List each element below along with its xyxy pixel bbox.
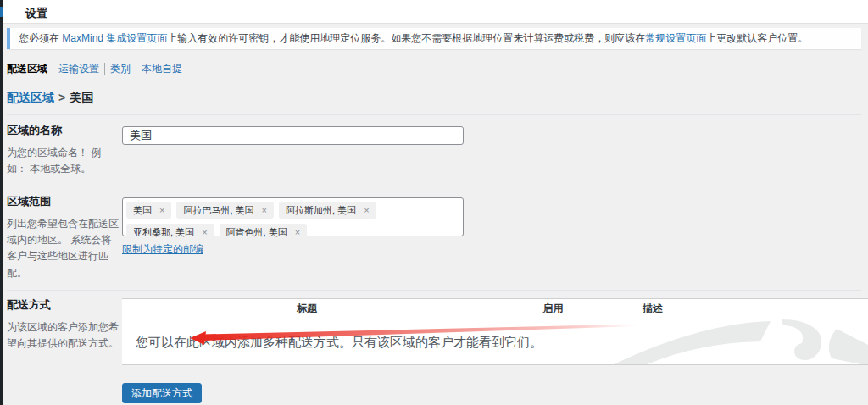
breadcrumb-current-zone: 美国 xyxy=(70,91,93,104)
remove-tag-icon[interactable]: × xyxy=(262,205,267,215)
zone-name-description: 为您的区域命名！ 例如： 本地或全球。 xyxy=(7,145,119,177)
remove-tag-icon[interactable]: × xyxy=(295,227,300,237)
shipping-methods-description: 为该区域的客户添加您希望向其提供的配送方式。 xyxy=(7,319,119,352)
region-tag-label: 阿拉巴马州, 美国 xyxy=(183,205,253,215)
remove-tag-icon[interactable]: × xyxy=(159,205,164,215)
region-tag-label: 亚利桑那, 美国 xyxy=(133,227,194,237)
methods-empty-text: 您可以在此区域内添加多种配送方式。只有该区域的客户才能看到它们。 xyxy=(122,319,868,351)
breadcrumb-zones-link[interactable]: 配送区域 xyxy=(7,91,54,104)
shipping-methods-section: 配送方式 为该区域的客户添加您希望向其提供的配送方式。 标题 启用 描述 您可以… xyxy=(7,290,861,403)
tab-shipping-zones[interactable]: 配送区域 xyxy=(7,63,47,75)
notice-text-mid: 上输入有效的许可密钥，才能使用地理定位服务。如果您不需要根据地理位置来计算运费或… xyxy=(167,32,645,44)
limit-postcodes-link[interactable]: 限制为特定的邮编 xyxy=(122,242,203,257)
zone-name-section: 区域的名称 为您的区域命名！ 例如： 本地或全球。 xyxy=(7,114,861,177)
tab-shipping-classes[interactable]: 类别 xyxy=(104,63,131,75)
breadcrumb: 配送区域>美国 xyxy=(7,91,861,106)
column-header-description: 描述 xyxy=(615,302,868,316)
zone-name-label: 区域的名称 xyxy=(7,123,122,138)
active-menu-indicator xyxy=(0,7,3,17)
region-tag-label: 阿肯色州, 美国 xyxy=(226,227,287,237)
maxmind-settings-link[interactable]: MaxMind 集成设置页面 xyxy=(62,32,167,44)
methods-table-header: 标题 启用 描述 xyxy=(122,298,868,319)
zone-name-input[interactable] xyxy=(122,126,464,145)
zone-regions-label: 区域范围 xyxy=(7,194,122,209)
region-tag: 亚利桑那, 美国× xyxy=(126,224,214,241)
zone-name-label-col: 区域的名称 为您的区域命名！ 例如： 本地或全球。 xyxy=(7,123,122,177)
shipping-methods-table: 标题 启用 描述 您可以在此区域内添加多种配送方式。只有该区域的客户才能看到它们… xyxy=(122,298,868,365)
settings-page: 设置 您必须在 MaxMind 集成设置页面上输入有效的许可密钥，才能使用地理定… xyxy=(0,0,868,405)
page-title: 设置 xyxy=(0,0,868,21)
tab-shipping-options[interactable]: 运输设置 xyxy=(53,63,99,75)
zone-regions-multiselect[interactable]: 美国× 阿拉巴马州, 美国× 阿拉斯加州, 美国× 亚利桑那, 美国× 阿肯色州… xyxy=(122,197,464,236)
remove-tag-icon[interactable]: × xyxy=(202,227,207,237)
notice-text-after: 上更改默认客户位置。 xyxy=(706,32,808,44)
zone-regions-section: 区域范围 列出您希望包含在配送区域内的地区。 系统会将客户与这些地区进行匹配。 … xyxy=(7,186,861,281)
maxmind-notice: 您必须在 MaxMind 集成设置页面上输入有效的许可密钥，才能使用地理定位服务… xyxy=(7,28,861,49)
admin-sidebar-strip[interactable] xyxy=(0,0,3,405)
notice-text-before: 您必须在 xyxy=(19,32,62,44)
settings-content: 您必须在 MaxMind 集成设置页面上输入有效的许可密钥，才能使用地理定位服务… xyxy=(7,28,861,405)
region-tag: 美国× xyxy=(126,202,171,219)
region-tag: 阿拉巴马州, 美国× xyxy=(176,202,274,219)
region-tag: 阿肯色州, 美国× xyxy=(220,224,308,241)
shipping-methods-label-col: 配送方式 为该区域的客户添加您希望向其提供的配送方式。 xyxy=(7,295,122,403)
tab-local-pickup[interactable]: 本地自提 xyxy=(136,63,182,75)
add-shipping-method-button[interactable]: 添加配送方式 xyxy=(122,383,202,403)
zone-name-field-col xyxy=(122,123,861,177)
region-tag: 阿拉斯加州, 美国× xyxy=(279,202,376,219)
zone-regions-label-col: 区域范围 列出您希望包含在配送区域内的地区。 系统会将客户与这些地区进行匹配。 xyxy=(7,194,122,281)
region-tag-label: 美国 xyxy=(133,205,152,215)
breadcrumb-separator: > xyxy=(54,91,70,104)
methods-empty-row: 您可以在此区域内添加多种配送方式。只有该区域的客户才能看到它们。 xyxy=(122,319,868,365)
shipping-methods-field-col: 标题 启用 描述 您可以在此区域内添加多种配送方式。只有该区域的客户才能看到它们… xyxy=(122,295,868,403)
region-tag-label: 阿拉斯加州, 美国 xyxy=(286,205,356,215)
remove-tag-icon[interactable]: × xyxy=(364,205,369,215)
zone-regions-description: 列出您希望包含在配送区域内的地区。 系统会将客户与这些地区进行匹配。 xyxy=(7,216,119,281)
zone-regions-field-col: 美国× 阿拉巴马州, 美国× 阿拉斯加州, 美国× 亚利桑那, 美国× 阿肯色州… xyxy=(122,194,861,281)
top-bar: 设置 xyxy=(0,0,868,24)
general-settings-link[interactable]: 常规设置页面 xyxy=(645,32,706,44)
column-header-enabled: 启用 xyxy=(492,302,615,316)
add-method-row: 添加配送方式 xyxy=(122,383,868,403)
shipping-methods-label: 配送方式 xyxy=(7,297,122,313)
column-header-title: 标题 xyxy=(122,302,492,316)
shipping-subtabs: 配送区域运输设置类别本地自提 xyxy=(7,62,861,76)
